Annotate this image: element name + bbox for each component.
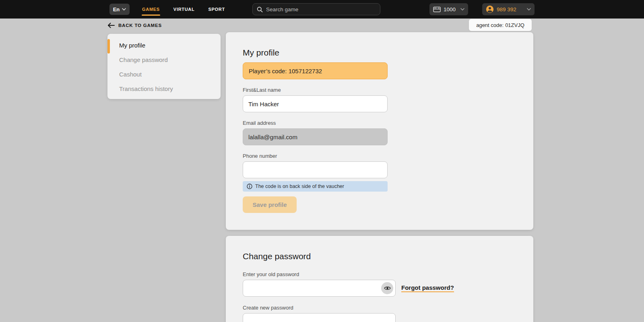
new-password-row (243, 313, 396, 322)
language-label: En (113, 6, 120, 12)
cash-card-icon: $ (433, 6, 441, 12)
old-password-row: Forgot password? (243, 280, 396, 297)
search-box (252, 3, 380, 15)
sidebar-item-cashout[interactable]: Cashout (107, 67, 221, 81)
wallet-dropdown[interactable]: $ 1000 (429, 3, 468, 15)
email-field (243, 128, 388, 145)
back-to-games-link[interactable]: BACK TO GAMES (107, 20, 162, 31)
search-icon (257, 6, 263, 12)
player-code-text: Player’s code: 1057122732 (249, 68, 322, 74)
phone-info-note: The code is on back side of the vaucher (243, 181, 388, 192)
back-to-games-label: BACK TO GAMES (118, 23, 162, 28)
new-password-label: Create new password (243, 305, 533, 311)
arrow-left-icon (107, 23, 115, 28)
balance-dropdown[interactable]: 989 392 (482, 3, 535, 15)
active-item-indicator (107, 39, 110, 54)
toggle-password-visibility-button[interactable] (381, 282, 393, 294)
nav-tab-virtual[interactable]: VIRTUAL (173, 7, 195, 12)
change-password-title: Change password (243, 251, 533, 262)
agent-code-value: 01ZVJQ (505, 22, 524, 28)
user-coin-icon (486, 5, 494, 13)
sidebar-item-change-password[interactable]: Change password (107, 52, 221, 67)
nav-tab-sport[interactable]: SPORT (208, 7, 225, 12)
my-profile-panel: My profile Player’s code: 1057122732 Fir… (226, 32, 533, 230)
name-field-label: First&Last name (243, 87, 533, 93)
info-note-text: The code is on back side of the vaucher (255, 184, 344, 189)
sidebar-item-transactions-history[interactable]: Transactions history (107, 81, 221, 96)
new-password-field[interactable] (243, 313, 396, 322)
nav-tab-games[interactable]: GAMES (142, 7, 160, 12)
chevron-down-icon (460, 8, 464, 10)
old-password-label: Enter your old password (243, 271, 533, 278)
sidebar-item-my-profile[interactable]: My profile (107, 38, 221, 52)
info-icon (247, 184, 252, 189)
phone-field[interactable] (243, 161, 388, 178)
email-field-label: Email address (243, 120, 533, 126)
player-code-badge: Player’s code: 1057122732 (243, 62, 388, 79)
change-password-panel: Change password Enter your old password … (226, 236, 533, 322)
agent-code-badge: agent code: 01ZVJQ (469, 19, 532, 31)
profile-sidebar: My profile Change password Cashout Trans… (107, 34, 221, 99)
search-input[interactable] (266, 6, 376, 12)
svg-text:$: $ (438, 6, 440, 9)
forgot-password-link[interactable]: Forgot password? (401, 284, 454, 292)
language-selector[interactable]: En (109, 4, 130, 15)
chevron-down-icon (122, 8, 126, 10)
save-profile-button[interactable]: Save profile (243, 196, 297, 213)
my-profile-title: My profile (243, 47, 533, 58)
agent-code-label: agent code: (476, 22, 504, 28)
eye-icon (384, 286, 391, 291)
wallet-value: 1000 (444, 6, 456, 12)
balance-value: 989 392 (497, 6, 516, 12)
main-nav: GAMES VIRTUAL SPORT (142, 0, 225, 19)
top-bar: En GAMES VIRTUAL SPORT $ 1000 989 392 (0, 0, 644, 19)
phone-field-label: Phone number (243, 153, 533, 159)
name-field[interactable] (243, 95, 388, 112)
chevron-down-icon (527, 8, 531, 10)
old-password-field[interactable] (243, 280, 396, 297)
